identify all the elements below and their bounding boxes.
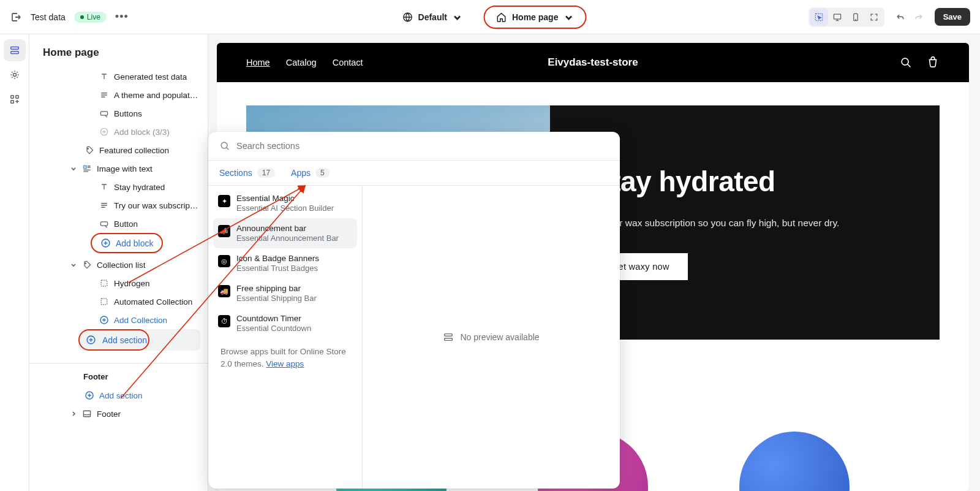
topbar-left: Test data Live ••• [10,10,129,23]
svg-rect-11 [100,112,107,115]
undo-button[interactable] [892,9,909,26]
more-icon[interactable]: ••• [115,10,129,23]
svg-rect-18 [101,280,107,286]
app-name: Icon & Badge Banners [236,254,319,263]
block-theme-populated[interactable]: A theme and populated tes... [29,86,208,104]
home-icon [496,12,507,23]
section-search-input[interactable] [236,141,609,151]
section-picker-popover: Sections 17 Apps 5 ✦ Essential Magic Ess… [208,132,620,489]
app-subtitle: Essential Shipping Bar [236,294,317,303]
save-button[interactable]: Save [935,8,970,26]
app-item[interactable]: 🚚 Free shipping bar Essential Shipping B… [213,278,357,308]
app-name: Essential Magic [236,194,334,203]
block-try-wax[interactable]: Try our wax subscription s... [29,196,208,215]
nav-contact[interactable]: Contact [333,58,363,67]
nav-catalog[interactable]: Catalog [286,58,317,67]
device-fullscreen[interactable] [865,9,883,26]
device-group [809,7,884,27]
app-subtitle: Essential Countdown [236,324,311,333]
rail-settings[interactable] [4,64,26,86]
plus-circle-icon [99,315,109,325]
popover-tabs: Sections 17 Apps 5 [208,161,620,186]
app-item[interactable]: ⏱ Countdown Timer Essential Countdown [213,308,357,338]
template-selector[interactable]: Home page [484,6,586,29]
section-footer[interactable]: Footer [29,405,208,423]
section-collection-list[interactable]: Collection list [29,256,208,274]
svg-rect-10 [10,101,13,104]
chevron-right-icon [70,410,77,417]
redo-button[interactable] [910,9,927,26]
app-subtitle: Essential Announcement Bar [236,234,339,243]
svg-rect-15 [100,222,107,226]
store-logo-title[interactable]: Eivydas-test-store [548,56,638,69]
collection-icon [99,278,109,288]
button-icon [99,219,109,229]
section-featured-collection[interactable]: Featured collection [29,141,208,159]
svg-point-25 [221,142,227,148]
left-rail [0,34,29,491]
sidebar: Home page Generated test data A theme an… [29,34,208,491]
sections-icon [443,332,454,343]
undo-redo-group [892,9,927,26]
footer-icon [82,409,92,419]
chevron-down-icon [563,12,574,23]
device-mobile[interactable] [846,9,865,26]
block-stay-hydrated[interactable]: Stay hydrated [29,178,208,196]
tag-icon [85,145,94,155]
globe-icon [402,12,413,23]
svg-point-4 [855,19,856,20]
block-button[interactable]: Button [29,215,208,233]
search-icon[interactable] [899,56,913,69]
footer-add-section-button[interactable]: Add section [29,386,208,405]
app-icon: 📣 [218,225,230,237]
circle-3 [739,432,850,491]
app-name: Announcement bar [236,224,339,233]
svg-point-7 [13,73,16,76]
cart-icon[interactable] [926,56,940,69]
rail-apps[interactable] [4,88,26,110]
svg-rect-19 [101,299,107,305]
store-header-actions [899,56,940,69]
svg-rect-23 [83,411,90,417]
app-item[interactable]: ◎ Icon & Badge Banners Essential Trust B… [213,248,357,278]
add-block-button[interactable]: Add block [91,233,163,253]
store-name: Test data [31,12,66,22]
block-automated[interactable]: Automated Collection [29,292,208,311]
section-image-with-text[interactable]: Image with text [29,159,208,178]
store-nav: Home Catalog Contact [246,58,363,67]
svg-rect-5 [10,47,18,50]
svg-rect-9 [15,96,18,99]
app-subtitle: Essential AI Section Builder [236,204,334,213]
tab-sections[interactable]: Sections 17 [219,168,275,178]
svg-rect-8 [10,96,13,99]
text-icon [99,72,109,82]
block-buttons[interactable]: Buttons [29,104,208,123]
device-desktop[interactable] [828,9,846,26]
block-hydrogen[interactable]: Hydrogen [29,274,208,292]
topbar: Test data Live ••• Default Home page Sav… [0,0,980,34]
app-icon: ◎ [218,255,230,267]
block-generated-data[interactable]: Generated test data [29,67,208,86]
chevron-down-icon [70,261,77,268]
hero-text: Try our wax subscription so you can fly … [593,215,897,231]
popover-body: ✦ Essential Magic Essential AI Section B… [208,186,620,489]
nav-home[interactable]: Home [246,58,270,67]
inspector-toggle[interactable] [810,9,828,26]
add-section-button[interactable]: Add section [78,329,200,351]
collection-icon [99,297,109,306]
store-header: Home Catalog Contact Eivydas-test-store [217,43,969,82]
rail-sections[interactable] [4,39,26,61]
topbar-right: Save [809,7,970,27]
popover-app-list: ✦ Essential Magic Essential AI Section B… [208,186,363,489]
add-collection-button[interactable]: Add Collection [29,311,208,329]
svg-rect-27 [445,338,453,341]
svg-point-24 [902,58,908,65]
tab-apps[interactable]: Apps 5 [291,168,330,178]
exit-icon[interactable] [10,11,22,23]
app-item[interactable]: 📣 Announcement bar Essential Announcemen… [213,218,357,248]
app-item[interactable]: ✦ Essential Magic Essential AI Section B… [213,188,357,218]
svg-point-13 [88,148,89,150]
view-apps-link[interactable]: View apps [266,359,304,368]
viewport-selector[interactable]: Default [394,8,472,26]
no-preview-label: No preview available [460,332,539,342]
